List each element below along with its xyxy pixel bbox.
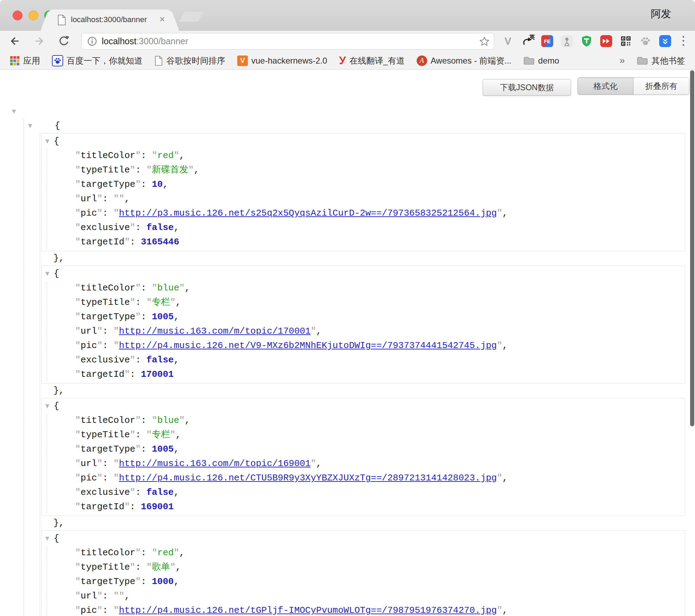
collapse-toggle-icon[interactable]: ▼ [12, 109, 16, 114]
json-token-q: " [75, 548, 81, 558]
indent-guide [47, 281, 47, 381]
json-token-q: " [135, 179, 141, 190]
back-button[interactable] [8, 35, 21, 47]
window-close-button[interactable] [13, 11, 22, 20]
json-token-q: " [119, 194, 125, 204]
indent-guide [47, 413, 47, 513]
bookmark-item-baidu[interactable]: 百度一下，你就知道 [52, 55, 143, 66]
json-token-q: " [130, 430, 135, 440]
reload-button[interactable] [58, 35, 70, 47]
page-info-icon[interactable] [87, 37, 97, 46]
json-token-q: " [97, 473, 102, 483]
awesomes-icon: A [417, 55, 427, 66]
json-field-url: "url": "http://music.163.com/m/topic/169… [42, 457, 685, 471]
json-token-p: : [141, 312, 152, 322]
json-key-url: url [81, 326, 97, 336]
json-token-q: " [97, 326, 102, 336]
bookmark-item-vue-hackernews[interactable]: V vue-hackernews-2.0 [237, 55, 327, 66]
collapse-toggle-icon[interactable]: ▼ [45, 271, 49, 276]
json-link-pic[interactable]: http://p4.music.126.net/V9-MXz6b2MNhEKju… [119, 340, 497, 351]
json-token-q: " [124, 369, 130, 380]
json-link-pic[interactable]: http://p4.music.126.net/CTU5B9R9y3XyYBZX… [119, 473, 497, 483]
json-token-p: , [174, 444, 179, 454]
json-token-q: " [135, 548, 141, 558]
bookmark-item-google-sort[interactable]: 谷歌按时间排序 [154, 55, 225, 66]
gray-person-extension-icon[interactable] [560, 34, 574, 48]
json-value-typeTitle: 专栏 [152, 430, 170, 440]
json-key-targetId: targetId [81, 369, 125, 380]
json-link-pic[interactable]: http://p3.music.126.net/s25q2x5QyqsAzilC… [119, 208, 497, 218]
browser-tab[interactable]: localhost:3000/banner × [49, 9, 171, 31]
bookmark-item-apps[interactable]: 应用 [10, 55, 40, 66]
json-token-q: " [113, 473, 119, 483]
qrcode-extension-icon[interactable] [619, 34, 633, 48]
format-button[interactable]: 格式化 [578, 78, 634, 94]
json-field-pic: "pic": "http://p4.music.126.net/tGPljf-I… [42, 603, 685, 616]
json-key-url: url [81, 458, 97, 469]
bookmark-item-other-bookmarks[interactable]: 其他书签 [637, 55, 685, 66]
browser-toolbar: localhost:3000/banner V 英 FE ⋮ [0, 31, 695, 52]
json-token-q: " [75, 237, 81, 247]
json-key-typeTitle: typeTitle [81, 430, 130, 440]
json-link-url[interactable]: http://music.163.com/m/topic/170001 [119, 326, 311, 336]
tab-close-icon[interactable]: × [159, 14, 165, 25]
new-tab-button[interactable] [179, 12, 204, 22]
video-speed-extension-icon[interactable] [600, 34, 613, 48]
json-token-q: " [146, 165, 152, 175]
json-token-q: " [75, 430, 81, 440]
url-bar[interactable]: localhost:3000/banner [81, 33, 494, 50]
json-key-typeTitle: typeTitle [81, 297, 130, 308]
json-field-exclusive: "exclusive": false, [42, 221, 685, 235]
json-value-targetId: 169001 [141, 502, 174, 512]
json-object-close: }, [0, 516, 685, 530]
json-token-q: " [75, 487, 81, 498]
window-minimize-button[interactable] [28, 11, 38, 20]
vue-devtools-extension-icon[interactable]: V [501, 34, 515, 48]
json-token-q: " [75, 312, 81, 322]
json-token-q: " [130, 355, 135, 365]
json-token-p: : [102, 340, 113, 351]
json-link-pic[interactable]: http://p4.music.126.net/tGPljf-IMOCyPvum… [119, 605, 497, 616]
scrollbar-thumb[interactable] [690, 70, 694, 426]
json-key-titleColor: titleColor [81, 415, 135, 426]
blue-chevrons-extension-icon[interactable] [658, 34, 672, 48]
fehelper-extension-icon[interactable]: FE [541, 34, 554, 48]
json-key-targetType: targetType [81, 179, 135, 190]
translate-extension-icon[interactable]: 英 [521, 34, 534, 48]
collapse-toggle-icon[interactable]: ▼ [28, 123, 32, 129]
paw-extension-icon[interactable] [639, 34, 652, 48]
bookmark-star-icon[interactable] [479, 36, 490, 48]
json-link-url[interactable]: http://music.163.com/m/topic/169001 [119, 458, 311, 469]
json-token-q: " [113, 208, 119, 218]
json-token-p: , [502, 605, 508, 616]
bookmark-item-awesomes[interactable]: A Awesomes - 前端资... [417, 55, 511, 66]
json-field-titleColor: "titleColor": "blue", [42, 281, 685, 295]
json-key-typeTitle: typeTitle [81, 562, 130, 572]
download-json-button[interactable]: 下载JSON数据 [483, 79, 571, 96]
bookmarks-overflow-chevron[interactable]: » [620, 55, 625, 66]
json-key-exclusive: exclusive [81, 355, 130, 365]
shield-extension-icon[interactable] [580, 34, 593, 48]
bookmark-item-youdao[interactable]: У 在线翻译_有道 [339, 54, 405, 67]
bookmark-item-demo[interactable]: demo [523, 56, 559, 66]
json-token-q: " [97, 458, 102, 469]
json-token-p: , [502, 208, 508, 218]
chrome-menu-icon[interactable]: ⋮ [677, 33, 689, 47]
forward-button[interactable] [33, 35, 46, 47]
collapse-toggle-icon[interactable]: ▼ [45, 139, 49, 144]
collapse-toggle-icon[interactable]: ▼ [45, 536, 49, 541]
json-value-targetType: 1005 [152, 312, 173, 322]
json-field-pic: "pic": "http://p3.music.126.net/s25q2x5Q… [42, 206, 685, 221]
json-token-p: : [135, 430, 146, 440]
json-token-q: " [113, 605, 119, 616]
collapse-toggle-icon[interactable]: ▼ [45, 404, 49, 409]
json-token-q: " [135, 576, 141, 587]
json-token-p: : [102, 591, 113, 601]
vue-glyph: V [504, 35, 511, 47]
json-value-targetId: 3165446 [141, 237, 179, 247]
collapse-all-button[interactable]: 折叠所有 [634, 78, 689, 94]
json-token-q: " [113, 194, 119, 204]
bookmark-label: 谷歌按时间排序 [166, 55, 225, 66]
json-token-p: , [176, 562, 181, 572]
json-token-p: : [130, 237, 141, 247]
